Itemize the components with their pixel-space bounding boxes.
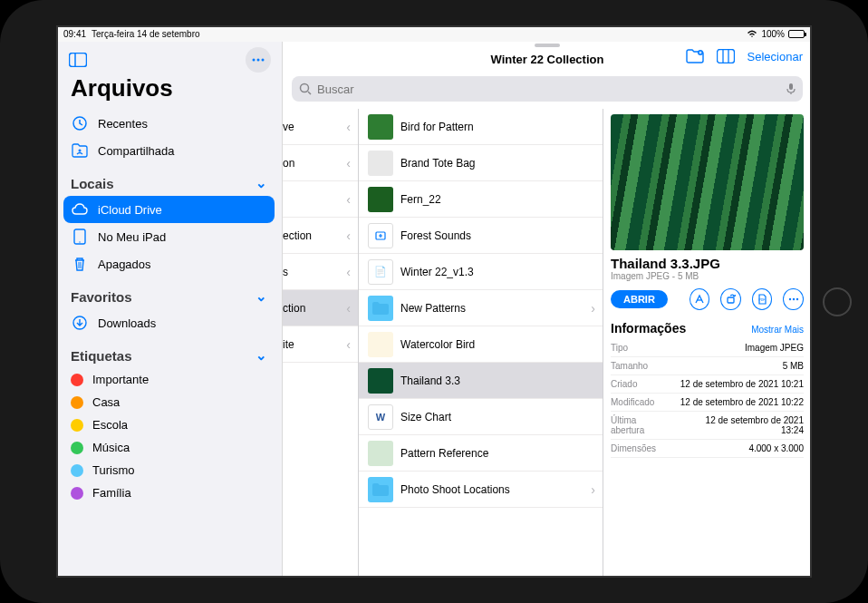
sidebar-item-icloud-drive[interactable]: iCloud Drive <box>63 196 275 223</box>
sidebar-item-label: Downloads <box>98 316 156 330</box>
file-item[interactable]: 📄Winter 22_v1.3 <box>359 254 603 290</box>
file-item[interactable]: Forest Sounds <box>359 218 603 254</box>
view-columns-icon[interactable] <box>717 49 735 63</box>
microphone-icon[interactable] <box>786 83 796 95</box>
sidebar-item-label: Música <box>92 441 130 454</box>
column-2: Bird for PatternBrand Tote BagFern_22For… <box>359 109 603 578</box>
file-item[interactable]: Fern_22 <box>359 181 603 218</box>
battery-percent: 100% <box>761 29 785 39</box>
rotate-icon[interactable] <box>720 288 741 310</box>
wifi-icon <box>747 29 757 38</box>
open-button[interactable]: ABRIR <box>611 290 668 308</box>
clock-icon <box>71 114 89 132</box>
drag-handle-icon[interactable] <box>535 44 560 47</box>
svg-point-2 <box>253 59 256 62</box>
sidebar-item-downloads[interactable]: Downloads <box>56 309 282 336</box>
list-item[interactable]: s› <box>283 254 358 290</box>
new-folder-icon[interactable] <box>686 49 704 63</box>
item-label: Size Chart <box>400 411 451 423</box>
select-button[interactable]: Selecionar <box>747 50 803 63</box>
file-item[interactable]: Pattern Reference <box>359 435 603 472</box>
shared-folder-icon <box>71 141 89 160</box>
download-icon <box>71 314 89 332</box>
list-item[interactable]: on› <box>283 145 358 181</box>
list-item[interactable]: › <box>283 181 358 218</box>
sidebar-tag-escola[interactable]: Escola <box>56 413 282 436</box>
sidebar-tag-música[interactable]: Música <box>56 436 282 459</box>
file-item[interactable]: Thailand 3.3 <box>359 363 603 399</box>
sidebar-tag-turismo[interactable]: Turismo <box>56 459 282 481</box>
sidebar-item-apagados[interactable]: Apagados <box>56 250 282 277</box>
item-label: on <box>283 157 294 170</box>
file-item[interactable]: Bird for Pattern <box>359 109 603 145</box>
pdf-icon[interactable]: PDF <box>752 288 773 310</box>
sidebar-item-no-meu-ipad[interactable]: No Meu iPad <box>56 223 282 250</box>
file-item[interactable]: Watercolor Bird <box>359 326 603 363</box>
sidebar-item-label: Família <box>92 486 131 500</box>
sidebar-tag-importante[interactable]: Importante <box>56 368 282 391</box>
file-item[interactable]: Brand Tote Bag <box>359 145 603 181</box>
more-actions-icon[interactable] <box>783 288 804 310</box>
info-value: 5 MB <box>783 361 804 371</box>
sidebar-section-tags[interactable]: Etiquetas ⌄ <box>56 336 282 368</box>
info-row: Criado12 de setembro de 2021 10:21 <box>611 375 804 394</box>
image-thumbnail <box>368 114 393 140</box>
item-label: Winter 22_v1.3 <box>400 266 474 278</box>
page-title: Winter 22 Collection <box>491 53 604 66</box>
chevron-right-icon: › <box>591 482 595 497</box>
image-thumbnail <box>368 368 393 394</box>
sidebar-tag-casa[interactable]: Casa <box>56 391 282 413</box>
sidebar-toggle-icon[interactable] <box>65 47 91 73</box>
tag-dot-icon <box>71 442 83 454</box>
document-icon: W <box>368 404 393 430</box>
preview-image[interactable] <box>611 114 804 250</box>
search-field[interactable] <box>317 83 781 96</box>
info-row: Modificado12 de setembro de 2021 10:22 <box>611 394 804 412</box>
audio-icon <box>368 223 393 248</box>
chevron-right-icon: › <box>346 265 351 279</box>
info-key: Dimensões <box>611 443 656 453</box>
chevron-down-icon: ⌄ <box>256 347 267 364</box>
list-item[interactable]: ve› <box>283 109 358 145</box>
info-value: 12 de setembro de 2021 13:24 <box>681 415 804 435</box>
sidebar-item-label: Compartilhada <box>98 144 175 158</box>
cloud-icon <box>71 200 89 219</box>
svg-text:PDF: PDF <box>759 298 766 302</box>
file-item[interactable]: WSize Chart <box>359 399 603 435</box>
chevron-right-icon: › <box>346 156 351 170</box>
detail-panel: Thailand 3.3.JPG Imagem JPEG - 5 MB ABRI… <box>603 109 812 578</box>
more-menu-icon[interactable] <box>246 47 271 73</box>
list-item[interactable]: ction› <box>283 290 358 326</box>
sidebar-item-shared[interactable]: Compartilhada <box>56 137 282 164</box>
search-input[interactable] <box>292 76 803 102</box>
info-row: Dimensões4.000 x 3.000 <box>611 440 804 458</box>
item-label: Pattern Reference <box>400 447 488 460</box>
status-time: 09:41 <box>63 29 86 39</box>
folder-icon <box>368 296 393 321</box>
sidebar-item-label: Recentes <box>98 117 148 131</box>
sidebar-item-label: No Meu iPad <box>98 230 166 244</box>
list-item[interactable]: ite› <box>283 326 358 363</box>
tag-dot-icon <box>71 464 83 477</box>
tag-dot-icon <box>71 487 83 500</box>
sidebar-section-favorites[interactable]: Favoritos ⌄ <box>56 277 282 309</box>
ipad-icon <box>71 228 89 246</box>
sidebar-section-locations[interactable]: Locais ⌄ <box>56 164 282 196</box>
trash-icon <box>71 255 89 273</box>
svg-point-3 <box>257 59 260 62</box>
sidebar-tag-família[interactable]: Família <box>56 481 282 504</box>
show-more-link[interactable]: Mostrar Mais <box>751 325 804 335</box>
file-item[interactable]: New Patterns› <box>359 290 603 326</box>
svg-point-4 <box>262 59 265 62</box>
chevron-right-icon: › <box>346 337 351 352</box>
svg-rect-0 <box>70 53 87 67</box>
item-label: Fern_22 <box>400 193 441 206</box>
main-toolbar: Winter 22 Collection Selecionar <box>283 42 812 73</box>
svg-rect-13 <box>717 50 734 63</box>
chevron-right-icon: › <box>346 301 351 316</box>
file-item[interactable]: Photo Shoot Locations› <box>359 472 603 508</box>
list-item[interactable]: ection› <box>283 218 358 254</box>
sidebar-item-recents[interactable]: Recentes <box>56 110 282 137</box>
markup-icon[interactable] <box>690 288 710 310</box>
document-icon: 📄 <box>368 259 393 285</box>
